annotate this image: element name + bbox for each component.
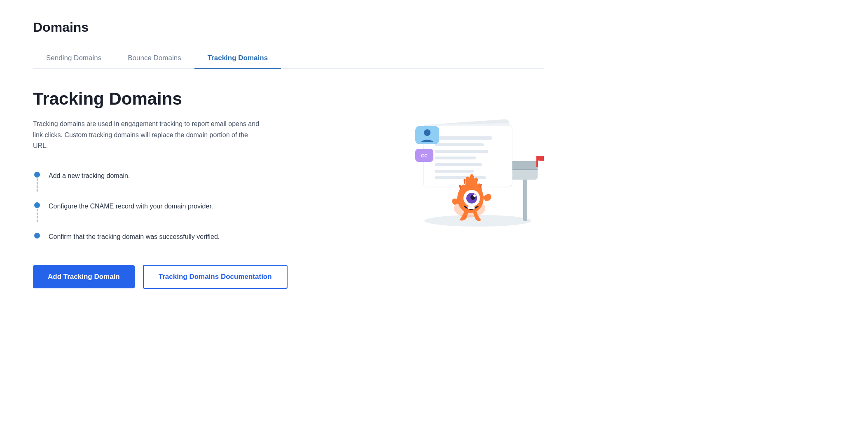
svg-rect-16	[435, 176, 486, 179]
svg-rect-15	[435, 170, 474, 173]
svg-rect-10	[435, 136, 492, 140]
page-title: Domains	[33, 20, 544, 35]
tab-bounce-domains[interactable]: Bounce Domains	[115, 48, 194, 69]
svg-rect-13	[435, 157, 476, 159]
svg-text:CC: CC	[421, 153, 428, 158]
step-dot	[34, 202, 40, 208]
tab-sending-domains[interactable]: Sending Domains	[33, 48, 115, 69]
actions-row: Add Tracking Domain Tracking Domains Doc…	[33, 265, 313, 289]
illustration-svg: CC	[371, 89, 544, 229]
list-item: Configure the CNAME record with your dom…	[33, 196, 313, 227]
step-connector	[37, 178, 37, 192]
step-dot-wrapper	[33, 201, 41, 222]
main-content: Tracking Domains Tracking domains are us…	[33, 89, 544, 289]
step-text-3: Confirm that the tracking domain was suc…	[49, 232, 220, 242]
step-dot-wrapper	[33, 232, 41, 239]
svg-rect-11	[435, 143, 484, 146]
step-dot-wrapper	[33, 171, 41, 192]
step-text-2: Configure the CNAME record with your dom…	[49, 201, 213, 211]
section-description: Tracking domains are used in engagement …	[33, 119, 264, 151]
svg-rect-12	[435, 150, 488, 153]
tab-tracking-domains[interactable]: Tracking Domains	[194, 48, 281, 69]
step-connector	[37, 209, 37, 222]
list-item: Confirm that the tracking domain was suc…	[33, 227, 313, 247]
step-dot	[34, 233, 40, 239]
svg-rect-28	[471, 206, 475, 209]
tracking-domains-documentation-button[interactable]: Tracking Domains Documentation	[143, 265, 288, 289]
svg-point-18	[424, 129, 430, 136]
step-dot	[34, 172, 40, 178]
svg-rect-4	[536, 156, 538, 167]
svg-rect-3	[511, 161, 538, 170]
svg-point-26	[473, 194, 476, 197]
steps-list: Add a new tracking domain. Configure the…	[33, 166, 313, 247]
section-title: Tracking Domains	[33, 89, 313, 109]
content-left: Tracking Domains Tracking domains are us…	[33, 89, 313, 289]
svg-rect-1	[523, 175, 527, 221]
step-text-1: Add a new tracking domain.	[49, 171, 130, 181]
tabs-navigation: Sending Domains Bounce Domains Tracking …	[33, 48, 544, 69]
svg-rect-5	[538, 156, 544, 161]
list-item: Add a new tracking domain.	[33, 166, 313, 196]
svg-rect-27	[468, 206, 471, 209]
illustration-area: CC	[371, 89, 544, 229]
svg-rect-14	[435, 163, 482, 166]
add-tracking-domain-button[interactable]: Add Tracking Domain	[33, 265, 135, 288]
